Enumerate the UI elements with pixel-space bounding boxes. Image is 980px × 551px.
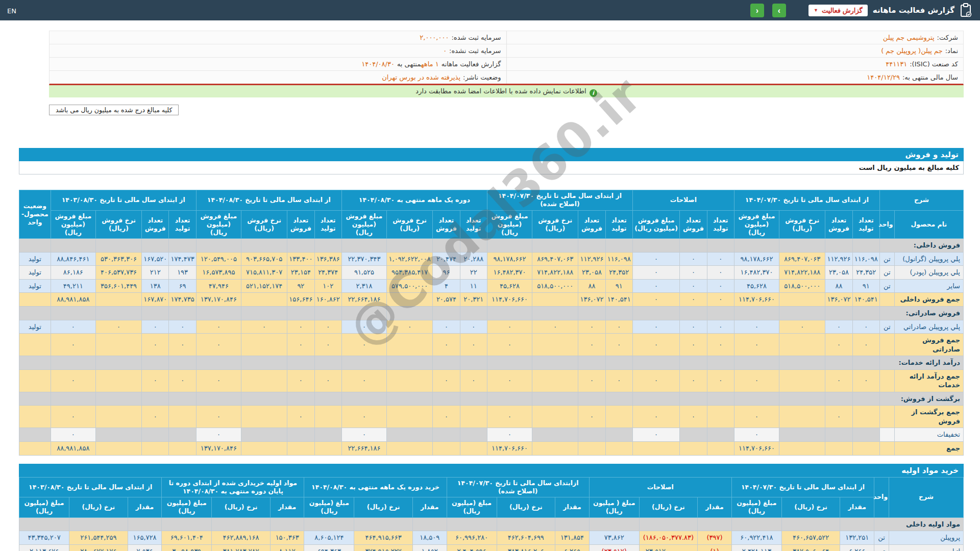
table-row: سایرتن۹۱۸۸۵۱۸,۵۰۰,۰۰۰۴۵,۶۲۸۰۰۰۹۱۸۸۵۱۸,۵۰… — [19, 279, 964, 293]
table-cell: (۲۳,۵۱۷) — [589, 544, 639, 551]
table-cell — [825, 392, 852, 406]
table-cell — [128, 517, 162, 531]
table-cell: ۰ — [707, 334, 734, 356]
company-info-left: سرمایه ثبت شده:۲,۰۰۰,۰۰۰سرمایه ثبت نشده:… — [50, 31, 506, 84]
table-cell — [532, 369, 578, 392]
table-cell: ۰ — [169, 369, 196, 392]
table-cell — [879, 406, 894, 428]
table-cell — [852, 442, 879, 456]
table-cell — [287, 239, 314, 253]
table-cell — [51, 239, 95, 253]
table-cell — [241, 334, 287, 356]
table-cell — [532, 293, 578, 307]
table-cell: ۰ — [532, 320, 578, 334]
table-cell — [532, 334, 578, 356]
next-report-button[interactable]: › — [772, 4, 786, 17]
previous-report-button[interactable]: ‹ — [750, 4, 764, 17]
table-cell — [169, 306, 196, 320]
table-cell — [447, 517, 497, 531]
table-cell — [460, 356, 487, 370]
table-cell: ۸۶۹,۴۰۷,۰۶۳ — [532, 252, 578, 266]
table-cell — [840, 517, 874, 531]
table-cell: ۵۳۰,۳۶۳,۳۰۶ — [95, 252, 141, 266]
table-cell — [734, 239, 779, 253]
table-cell — [433, 428, 460, 442]
table-cell: ۲۴,۳۵۲ — [605, 266, 632, 280]
table-cell — [241, 406, 287, 428]
table-cell — [487, 392, 532, 406]
table-cell: ۰ — [169, 320, 196, 334]
table-cell: ۰ — [341, 334, 386, 356]
table-cell: ۲۰,۲۸۸ — [460, 252, 487, 266]
table-cell: ۰ — [578, 320, 605, 334]
column-header: نام محصول — [894, 210, 963, 239]
table-cell — [605, 406, 632, 428]
table-cell: ۰ — [460, 320, 487, 334]
table-cell: ۰ — [341, 428, 386, 442]
table-cell — [341, 392, 386, 406]
table-cell: ۱۱۴,۷۰۶,۶۶۰ — [487, 442, 532, 456]
table-cell — [779, 369, 825, 392]
column-header: خرید دوره یک ماهه منتهی به ۱۴۰۴/۰۸/۳۰ — [304, 477, 447, 497]
table-cell: ۳,۰۹۸,۹۳۹ — [162, 544, 212, 551]
table-cell — [19, 356, 51, 370]
table-cell — [95, 334, 141, 356]
table-cell — [532, 406, 578, 428]
table-cell — [19, 369, 51, 392]
table-cell — [196, 392, 241, 406]
column-header: تعداد تولید — [605, 210, 632, 239]
table-cell — [19, 334, 51, 356]
table-cell: ۰ — [632, 279, 679, 293]
table-cell: ۱۳۷,۱۷۰,۸۴۶ — [196, 442, 241, 456]
table-cell: ۰ — [487, 406, 532, 428]
table-cell — [142, 428, 169, 442]
table-cell: ۰ — [680, 279, 707, 293]
table-cell — [707, 442, 734, 456]
table-cell: ۸۶۹,۴۰۷,۰۶۳ — [779, 252, 825, 266]
table-cell — [578, 306, 605, 320]
table-cell — [314, 442, 341, 456]
table-row: جمع۱۱۴,۷۰۶,۶۶۰۱۱۴,۷۰۶,۶۶۰۲۲,۶۶۴,۱۸۶۱۳۷,۱… — [19, 442, 964, 456]
table-cell: ۰ — [707, 293, 734, 307]
table-cell: ۲۸۰,۶۷۷,۱۷۶ — [69, 544, 128, 551]
table-cell — [69, 517, 128, 531]
table-cell: ۰ — [632, 293, 679, 307]
table-cell — [95, 392, 141, 406]
report-type-dropdown-label: گزارش فعالیت — [822, 7, 863, 14]
table-cell — [19, 406, 51, 428]
table-cell: ۰ — [632, 266, 679, 280]
table-cell: ۰ — [51, 320, 95, 334]
signature-notice-text: اطلاعات نمایش داده شده با اطلاعات امضا ش… — [415, 87, 586, 95]
table-cell — [51, 356, 95, 370]
table-cell — [169, 239, 196, 253]
table-cell — [632, 356, 679, 370]
column-header: تعداد فروش — [287, 210, 314, 239]
table-cell — [387, 392, 433, 406]
column-header: تعداد فروش — [825, 210, 852, 239]
table-cell — [241, 428, 287, 442]
table-cell — [879, 293, 894, 307]
table-cell: ۰ — [605, 334, 632, 356]
column-header: مقدار — [270, 497, 304, 518]
table-cell: ۴۳,۳۴۵,۲۰۷ — [19, 531, 69, 545]
table-cell — [639, 517, 698, 531]
table-cell — [852, 392, 879, 406]
table-cell: ۰ — [632, 406, 679, 428]
table-cell: ۴۰۶,۵۳۷,۷۳۶ — [95, 266, 141, 280]
language-toggle[interactable]: EN — [7, 7, 16, 15]
table-cell — [707, 428, 734, 442]
table-cell — [605, 392, 632, 406]
table-cell: ۱,۰۹۲,۶۲۲,۰۰۸ — [387, 252, 433, 266]
table-cell: ۱۲۰,۵۴۹,۰۰۵ — [196, 252, 241, 266]
report-type-dropdown[interactable]: گزارش فعالیت ▼ — [808, 5, 868, 16]
table-cell — [605, 442, 632, 456]
table-cell: تن — [874, 544, 889, 551]
column-header: اصلاحات — [589, 477, 731, 497]
column-header: مبلغ (میلیون ریال) — [447, 497, 497, 518]
column-header: تعداد تولید — [707, 210, 734, 239]
table-cell: ۶۹ — [169, 279, 196, 293]
table-cell: ۰ — [734, 369, 779, 392]
table-cell: ۰ — [51, 369, 95, 392]
column-header: واحد — [874, 477, 889, 517]
table-cell: ۰ — [707, 252, 734, 266]
